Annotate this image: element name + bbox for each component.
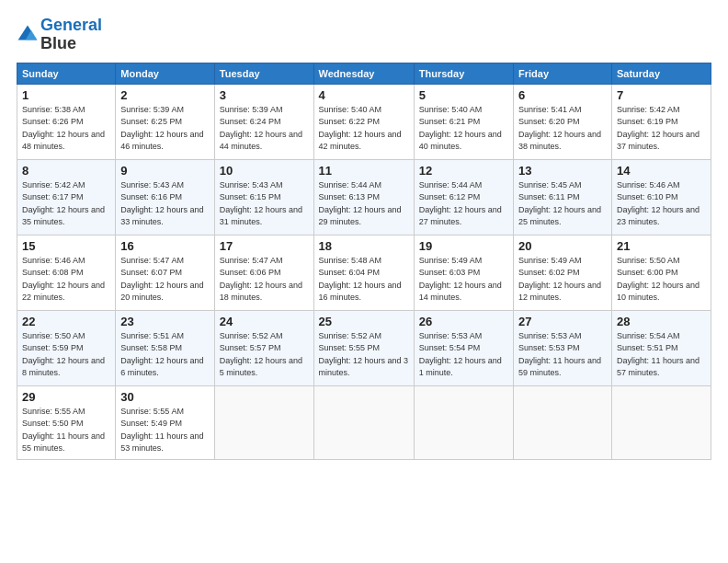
weekday-thursday: Thursday <box>414 63 513 84</box>
day-number: 9 <box>120 164 210 178</box>
weekday-wednesday: Wednesday <box>313 63 414 84</box>
calendar-cell <box>214 385 313 459</box>
logo-icon <box>17 24 39 46</box>
logo: GeneralBlue <box>17 17 102 53</box>
day-info: Sunrise: 5:52 AMSunset: 5:55 PMDaylight:… <box>319 330 409 380</box>
day-number: 24 <box>220 315 309 328</box>
calendar-cell <box>313 385 414 459</box>
day-info: Sunrise: 5:40 AMSunset: 6:22 PMDaylight:… <box>319 104 409 154</box>
day-number: 4 <box>319 88 409 102</box>
calendar-cell: 30Sunrise: 5:55 AMSunset: 5:49 PMDayligh… <box>116 385 215 459</box>
day-number: 17 <box>220 239 309 253</box>
day-number: 11 <box>319 164 409 178</box>
calendar-cell: 2Sunrise: 5:39 AMSunset: 6:25 PMDaylight… <box>116 84 215 159</box>
day-info: Sunrise: 5:55 AMSunset: 5:49 PMDaylight:… <box>120 406 210 455</box>
calendar-cell: 13Sunrise: 5:45 AMSunset: 6:11 PMDayligh… <box>514 159 612 235</box>
calendar-cell: 15Sunrise: 5:46 AMSunset: 6:08 PMDayligh… <box>17 235 116 310</box>
day-info: Sunrise: 5:42 AMSunset: 6:17 PMDaylight:… <box>22 179 110 229</box>
calendar-cell: 24Sunrise: 5:52 AMSunset: 5:57 PMDayligh… <box>214 310 313 385</box>
logo-text: GeneralBlue <box>40 17 102 53</box>
calendar-cell: 12Sunrise: 5:44 AMSunset: 6:12 PMDayligh… <box>414 159 513 235</box>
day-number: 12 <box>419 164 508 178</box>
day-number: 29 <box>22 390 110 404</box>
day-info: Sunrise: 5:43 AMSunset: 6:16 PMDaylight:… <box>120 179 210 229</box>
calendar-cell: 3Sunrise: 5:39 AMSunset: 6:24 PMDaylight… <box>214 84 313 159</box>
day-number: 13 <box>518 164 607 178</box>
weekday-header-row: SundayMondayTuesdayWednesdayThursdayFrid… <box>17 63 711 84</box>
day-number: 15 <box>22 239 110 253</box>
calendar-cell: 25Sunrise: 5:52 AMSunset: 5:55 PMDayligh… <box>313 310 414 385</box>
calendar-cell: 5Sunrise: 5:40 AMSunset: 6:21 PMDaylight… <box>414 84 513 159</box>
calendar-cell: 10Sunrise: 5:43 AMSunset: 6:15 PMDayligh… <box>214 159 313 235</box>
calendar-cell: 8Sunrise: 5:42 AMSunset: 6:17 PMDaylight… <box>17 159 116 235</box>
calendar-week-row: 1Sunrise: 5:38 AMSunset: 6:26 PMDaylight… <box>17 84 711 159</box>
day-number: 14 <box>617 164 706 178</box>
calendar-cell: 27Sunrise: 5:53 AMSunset: 5:53 PMDayligh… <box>514 310 612 385</box>
day-info: Sunrise: 5:44 AMSunset: 6:12 PMDaylight:… <box>419 179 508 229</box>
day-number: 10 <box>220 164 309 178</box>
day-info: Sunrise: 5:53 AMSunset: 5:54 PMDaylight:… <box>419 330 508 380</box>
day-info: Sunrise: 5:47 AMSunset: 6:07 PMDaylight:… <box>120 255 210 304</box>
weekday-monday: Monday <box>116 63 215 84</box>
calendar-cell <box>514 385 612 459</box>
calendar-cell: 28Sunrise: 5:54 AMSunset: 5:51 PMDayligh… <box>611 310 711 385</box>
day-number: 27 <box>518 315 607 328</box>
calendar-cell: 18Sunrise: 5:48 AMSunset: 6:04 PMDayligh… <box>313 235 414 310</box>
calendar-cell: 1Sunrise: 5:38 AMSunset: 6:26 PMDaylight… <box>17 84 116 159</box>
day-info: Sunrise: 5:47 AMSunset: 6:06 PMDaylight:… <box>220 255 309 304</box>
calendar-week-row: 8Sunrise: 5:42 AMSunset: 6:17 PMDaylight… <box>17 159 711 235</box>
calendar-table: SundayMondayTuesdayWednesdayThursdayFrid… <box>17 63 711 460</box>
calendar-cell: 9Sunrise: 5:43 AMSunset: 6:16 PMDaylight… <box>116 159 215 235</box>
calendar-cell: 11Sunrise: 5:44 AMSunset: 6:13 PMDayligh… <box>313 159 414 235</box>
calendar-week-row: 29Sunrise: 5:55 AMSunset: 5:50 PMDayligh… <box>17 385 711 459</box>
calendar-body: 1Sunrise: 5:38 AMSunset: 6:26 PMDaylight… <box>17 84 711 459</box>
calendar-cell: 23Sunrise: 5:51 AMSunset: 5:58 PMDayligh… <box>116 310 215 385</box>
calendar-cell: 21Sunrise: 5:50 AMSunset: 6:00 PMDayligh… <box>611 235 711 310</box>
day-info: Sunrise: 5:52 AMSunset: 5:57 PMDaylight:… <box>220 330 309 380</box>
day-number: 18 <box>319 239 409 253</box>
calendar-cell: 6Sunrise: 5:41 AMSunset: 6:20 PMDaylight… <box>514 84 612 159</box>
day-info: Sunrise: 5:43 AMSunset: 6:15 PMDaylight:… <box>220 179 309 229</box>
weekday-sunday: Sunday <box>17 63 116 84</box>
day-number: 1 <box>22 88 110 102</box>
day-info: Sunrise: 5:54 AMSunset: 5:51 PMDaylight:… <box>617 330 706 380</box>
day-number: 21 <box>617 239 706 253</box>
calendar-cell: 7Sunrise: 5:42 AMSunset: 6:19 PMDaylight… <box>611 84 711 159</box>
day-number: 26 <box>419 315 508 328</box>
calendar-cell: 26Sunrise: 5:53 AMSunset: 5:54 PMDayligh… <box>414 310 513 385</box>
day-info: Sunrise: 5:50 AMSunset: 6:00 PMDaylight:… <box>617 255 706 304</box>
day-info: Sunrise: 5:46 AMSunset: 6:10 PMDaylight:… <box>617 179 706 229</box>
day-info: Sunrise: 5:39 AMSunset: 6:25 PMDaylight:… <box>120 104 210 154</box>
day-info: Sunrise: 5:46 AMSunset: 6:08 PMDaylight:… <box>22 255 110 304</box>
calendar-cell: 20Sunrise: 5:49 AMSunset: 6:02 PMDayligh… <box>514 235 612 310</box>
page-header: GeneralBlue <box>17 17 711 53</box>
day-number: 19 <box>419 239 508 253</box>
day-number: 6 <box>518 88 607 102</box>
day-number: 5 <box>419 88 508 102</box>
calendar-week-row: 22Sunrise: 5:50 AMSunset: 5:59 PMDayligh… <box>17 310 711 385</box>
calendar-cell <box>414 385 513 459</box>
weekday-saturday: Saturday <box>611 63 711 84</box>
day-info: Sunrise: 5:38 AMSunset: 6:26 PMDaylight:… <box>22 104 110 154</box>
calendar-cell: 17Sunrise: 5:47 AMSunset: 6:06 PMDayligh… <box>214 235 313 310</box>
calendar-cell: 19Sunrise: 5:49 AMSunset: 6:03 PMDayligh… <box>414 235 513 310</box>
day-info: Sunrise: 5:45 AMSunset: 6:11 PMDaylight:… <box>518 179 607 229</box>
day-info: Sunrise: 5:41 AMSunset: 6:20 PMDaylight:… <box>518 104 607 154</box>
day-number: 16 <box>120 239 210 253</box>
day-info: Sunrise: 5:49 AMSunset: 6:02 PMDaylight:… <box>518 255 607 304</box>
day-number: 8 <box>22 164 110 178</box>
day-info: Sunrise: 5:44 AMSunset: 6:13 PMDaylight:… <box>319 179 409 229</box>
day-info: Sunrise: 5:53 AMSunset: 5:53 PMDaylight:… <box>518 330 607 380</box>
day-info: Sunrise: 5:49 AMSunset: 6:03 PMDaylight:… <box>419 255 508 304</box>
day-number: 22 <box>22 315 110 328</box>
weekday-friday: Friday <box>514 63 612 84</box>
calendar-week-row: 15Sunrise: 5:46 AMSunset: 6:08 PMDayligh… <box>17 235 711 310</box>
calendar-cell: 29Sunrise: 5:55 AMSunset: 5:50 PMDayligh… <box>17 385 116 459</box>
day-number: 3 <box>220 88 309 102</box>
day-number: 2 <box>120 88 210 102</box>
day-info: Sunrise: 5:50 AMSunset: 5:59 PMDaylight:… <box>22 330 110 380</box>
calendar-cell: 16Sunrise: 5:47 AMSunset: 6:07 PMDayligh… <box>116 235 215 310</box>
day-number: 20 <box>518 239 607 253</box>
day-number: 28 <box>617 315 706 328</box>
calendar-cell: 4Sunrise: 5:40 AMSunset: 6:22 PMDaylight… <box>313 84 414 159</box>
